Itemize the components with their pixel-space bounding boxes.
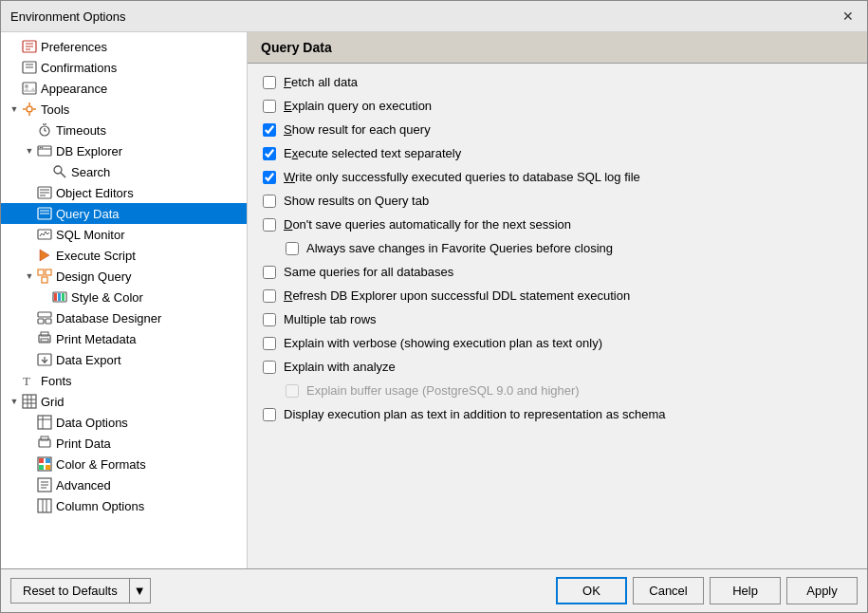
tools-expand-icon: ▼ — [7, 102, 22, 117]
preferences-icon — [22, 39, 37, 54]
reset-dropdown-button[interactable]: ▼ — [130, 578, 151, 604]
dbdesigner-icon — [37, 310, 52, 325]
sidebar-item-printmetadata[interactable]: Print Metadata — [1, 328, 247, 349]
bottom-bar: Reset to Defaults ▼ OK Cancel Help Apply — [1, 568, 867, 612]
cancel-button[interactable]: Cancel — [633, 577, 704, 604]
sidebar-item-fonts[interactable]: T Fonts — [1, 370, 247, 391]
option-same-queries-all-dbs: Same queries for all databases — [263, 265, 852, 279]
label-fetch-all[interactable]: Fetch all data — [284, 75, 358, 89]
label-show-result[interactable]: Show result for each query — [284, 122, 431, 137]
label-explain-query[interactable]: Explain query on execution — [284, 99, 432, 113]
checkbox-refresh-db-explorer[interactable] — [263, 289, 276, 303]
label-always-save-favorites[interactable]: Always save changes in Favorite Queries … — [306, 241, 613, 255]
dataexport-icon — [37, 352, 52, 367]
grid-icon — [22, 394, 37, 409]
option-write-only-success: Write only successfully executed queries… — [263, 170, 852, 184]
sidebar-item-confirmations[interactable]: Confirmations — [1, 57, 247, 78]
sidebar-item-querydata[interactable]: Query Data — [1, 203, 247, 224]
sidebar-item-columnoptions[interactable]: Column Options — [1, 495, 247, 516]
expand-icon — [22, 122, 37, 138]
svg-rect-39 — [62, 293, 65, 301]
expand-icon — [22, 310, 37, 325]
label-refresh-db-explorer[interactable]: Refresh DB Explorer upon successful DDL … — [284, 288, 630, 303]
checkbox-dont-save-queries[interactable] — [263, 218, 276, 232]
sidebar-label-printmetadata: Print Metadata — [56, 332, 137, 346]
label-display-exec-plan[interactable]: Display execution plan as text in additi… — [284, 407, 666, 421]
advanced-icon — [37, 477, 52, 492]
expand-icon — [22, 456, 37, 472]
label-explain-verbose[interactable]: Explain with verbose (showing execution … — [284, 336, 602, 350]
help-button[interactable]: Help — [710, 577, 781, 604]
checkbox-multiple-tab-rows[interactable] — [263, 313, 276, 326]
bottom-left: Reset to Defaults ▼ — [10, 578, 151, 604]
ok-button[interactable]: OK — [556, 577, 627, 604]
title-bar: Environment Options ✕ — [1, 1, 867, 32]
sidebar-label-tools: Tools — [41, 102, 69, 117]
sidebar-item-preferences[interactable]: Preferences — [1, 36, 247, 57]
sidebar-item-dbdesigner[interactable]: Database Designer — [1, 307, 247, 328]
option-show-results-tab: Show results on Query tab — [263, 194, 852, 208]
checkbox-write-only-success[interactable] — [263, 171, 276, 184]
label-explain-analyze[interactable]: Explain with analyze — [284, 360, 396, 374]
svg-point-22 — [54, 166, 62, 174]
checkbox-fetch-all[interactable] — [263, 76, 276, 89]
sidebar-item-designquery[interactable]: ▼ Design Query — [1, 266, 247, 287]
content-area: Preferences Confirmations Appearance — [1, 32, 867, 568]
label-explain-buffer: Explain buffer usage (PostgreSQL 9.0 and… — [306, 383, 580, 398]
option-execute-selected: Execute selected text separately — [263, 146, 852, 160]
sidebar-label-colorformats: Color & Formats — [56, 457, 146, 472]
sidebar-item-search[interactable]: Search — [1, 161, 247, 182]
label-dont-save-queries[interactable]: Don't save queries automatically for the… — [284, 217, 571, 232]
sidebar-item-dataoptions[interactable]: Data Options — [1, 412, 247, 433]
sidebar-item-objecteditors[interactable]: Object Editors — [1, 182, 247, 203]
checkbox-execute-selected[interactable] — [263, 147, 276, 160]
option-multiple-tab-rows: Multiple tab rows — [263, 312, 852, 326]
label-multiple-tab-rows[interactable]: Multiple tab rows — [284, 312, 377, 326]
expand-icon — [22, 227, 37, 242]
checkbox-show-result[interactable] — [263, 123, 276, 137]
sidebar-item-tools[interactable]: ▼ Tools — [1, 99, 247, 120]
svg-rect-38 — [58, 293, 61, 301]
checkbox-explain-buffer — [286, 384, 299, 398]
checkbox-explain-analyze[interactable] — [263, 361, 276, 374]
checkbox-explain-verbose[interactable] — [263, 337, 276, 350]
sidebar-item-appearance[interactable]: Appearance — [1, 78, 247, 99]
sidebar-item-executescript[interactable]: Execute Script — [1, 245, 247, 266]
svg-rect-60 — [39, 458, 44, 463]
svg-point-9 — [27, 106, 32, 112]
checkbox-display-exec-plan[interactable] — [263, 408, 276, 421]
sidebar-item-dbexplorer[interactable]: ▼ DB Explorer — [1, 140, 247, 161]
apply-button[interactable]: Apply — [786, 577, 858, 604]
checkbox-same-queries-all-dbs[interactable] — [263, 266, 276, 279]
sidebar-item-timeouts[interactable]: Timeouts — [1, 120, 247, 140]
checkbox-always-save-favorites[interactable] — [286, 242, 299, 255]
svg-marker-32 — [40, 250, 49, 261]
sidebar-label-sqlmonitor: SQL Monitor — [56, 228, 125, 242]
label-write-only-success[interactable]: Write only successfully executed queries… — [284, 170, 640, 184]
sidebar-item-advanced[interactable]: Advanced — [1, 474, 247, 495]
sidebar-item-sqlmonitor[interactable]: SQL Monitor — [1, 224, 247, 245]
sidebar-item-grid[interactable]: ▼ Grid — [1, 391, 247, 412]
label-same-queries-all-dbs[interactable]: Same queries for all databases — [284, 265, 453, 279]
svg-rect-45 — [41, 339, 48, 342]
sidebar-label-advanced: Advanced — [56, 478, 111, 492]
sidebar-item-colorformats[interactable]: Color & Formats — [1, 454, 247, 474]
sidebar-item-stylecolor[interactable]: Style & Color — [1, 287, 247, 307]
sidebar-label-fonts: Fonts — [41, 374, 72, 388]
checkbox-show-results-tab[interactable] — [263, 195, 276, 208]
label-execute-selected[interactable]: Execute selected text separately — [284, 146, 461, 160]
label-show-results-tab[interactable]: Show results on Query tab — [284, 194, 429, 208]
expand-icon — [37, 289, 52, 305]
checkbox-explain-query[interactable] — [263, 100, 276, 113]
expand-icon — [22, 248, 37, 263]
reset-button[interactable]: Reset to Defaults — [10, 578, 130, 604]
sidebar-item-printdata[interactable]: Print Data — [1, 433, 247, 454]
expand-icon — [22, 206, 37, 221]
expand-icon — [7, 39, 22, 54]
svg-point-8 — [25, 84, 28, 88]
svg-line-23 — [61, 173, 65, 177]
svg-rect-42 — [46, 319, 51, 324]
sidebar-item-dataexport[interactable]: Data Export — [1, 349, 247, 370]
close-button[interactable]: ✕ — [839, 7, 858, 26]
svg-rect-68 — [38, 499, 51, 512]
